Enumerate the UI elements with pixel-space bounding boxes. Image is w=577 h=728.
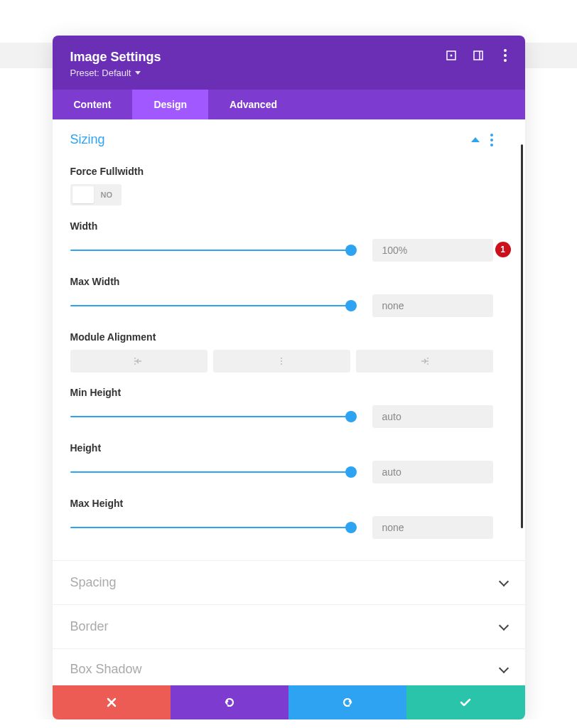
chevron-down-icon [498, 576, 508, 586]
max-width-slider[interactable] [70, 304, 351, 308]
height-slider[interactable] [70, 470, 351, 474]
sizing-header[interactable]: Sizing [70, 132, 493, 151]
sizing-actions [471, 134, 493, 146]
cancel-button[interactable] [53, 685, 171, 719]
svg-rect-2 [474, 51, 482, 60]
height-label: Height [70, 442, 493, 454]
scrollbar[interactable] [521, 144, 523, 528]
module-alignment-label: Module Alignment [70, 331, 493, 343]
modal-header: Image Settings Preset: Default [53, 36, 525, 90]
spacing-title: Spacing [70, 575, 117, 590]
max-height-field: Max Height [70, 498, 493, 539]
border-section-header[interactable]: Border [53, 604, 525, 648]
undo-button[interactable] [171, 685, 288, 719]
section-more-icon[interactable] [490, 134, 493, 146]
align-left-icon [133, 357, 144, 365]
close-icon [107, 697, 117, 707]
align-center-icon [276, 357, 287, 365]
min-height-field: Min Height [70, 387, 493, 428]
width-label: Width [70, 220, 493, 232]
check-icon [459, 697, 472, 707]
more-icon[interactable] [500, 50, 511, 61]
tab-design[interactable]: Design [132, 90, 208, 119]
svg-point-1 [450, 55, 452, 57]
image-settings-modal: Image Settings Preset: Default Content D… [53, 36, 525, 719]
force-fullwidth-field: Force Fullwidth NO [70, 166, 493, 206]
spacing-section-header[interactable]: Spacing [53, 560, 525, 604]
width-slider[interactable] [70, 248, 351, 252]
module-alignment-field: Module Alignment [70, 331, 493, 373]
max-height-input[interactable] [372, 516, 493, 539]
save-button[interactable] [406, 685, 524, 719]
max-width-field: Max Width [70, 276, 493, 317]
chevron-down-icon [498, 620, 508, 630]
max-width-label: Max Width [70, 276, 493, 287]
notification-badge: 1 [495, 242, 511, 257]
redo-icon [341, 696, 354, 709]
min-height-slider[interactable] [70, 414, 351, 419]
height-input[interactable] [372, 461, 493, 483]
align-right-icon [419, 357, 430, 365]
expand-icon[interactable] [446, 50, 457, 61]
toggle-knob [72, 186, 94, 203]
chevron-up-icon[interactable] [471, 137, 480, 142]
chevron-down-icon [498, 663, 508, 673]
header-actions [446, 50, 511, 61]
redo-button[interactable] [288, 685, 406, 719]
align-center-button[interactable] [213, 350, 350, 373]
border-title: Border [70, 619, 109, 634]
sizing-title: Sizing [70, 132, 105, 147]
tab-content[interactable]: Content [53, 90, 133, 119]
max-width-input[interactable] [372, 294, 493, 317]
force-fullwidth-toggle[interactable]: NO [70, 184, 122, 205]
preset-selector[interactable]: Preset: Default [70, 68, 507, 78]
tab-advanced[interactable]: Advanced [208, 90, 298, 119]
panel-icon[interactable] [473, 50, 484, 61]
width-input[interactable] [372, 239, 493, 262]
max-height-label: Max Height [70, 498, 493, 509]
content-area: Sizing Force Fullwidth NO Width [53, 119, 525, 560]
max-height-slider[interactable] [70, 525, 351, 530]
width-field: Width 1 [70, 220, 493, 262]
box-shadow-title: Box Shadow [70, 662, 142, 677]
align-right-button[interactable] [356, 350, 493, 373]
footer [53, 685, 525, 719]
sizing-section: Sizing Force Fullwidth NO Width [70, 132, 507, 560]
force-fullwidth-label: Force Fullwidth [70, 166, 493, 177]
height-field: Height [70, 442, 493, 483]
preset-label: Preset: Default [70, 68, 131, 78]
box-shadow-section-header[interactable]: Box Shadow [53, 648, 525, 685]
tabs: Content Design Advanced [53, 90, 525, 119]
min-height-input[interactable] [372, 405, 493, 428]
toggle-label: NO [94, 191, 120, 199]
modal-title: Image Settings [70, 50, 507, 65]
align-left-button[interactable] [70, 350, 207, 373]
min-height-label: Min Height [70, 387, 493, 398]
undo-icon [223, 696, 236, 709]
caret-down-icon [135, 71, 141, 75]
